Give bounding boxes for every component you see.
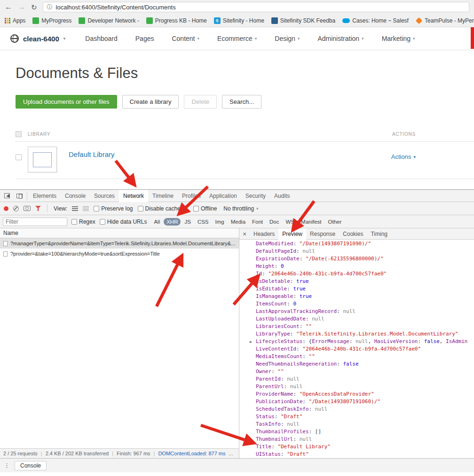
row-checkbox[interactable] [16,154,22,160]
preview-line: PublicationDate: "/Date(1493807191060)/" [250,398,474,406]
apps-shortcut[interactable]: Apps [5,17,25,24]
divider [187,204,187,212]
clear-icon[interactable] [13,206,19,211]
reload-icon[interactable]: ↻ [31,4,37,11]
devtools-tab-network[interactable]: Network [119,190,148,202]
library-column-header: LIBRARY [28,132,50,137]
site-name: clean-6400 [23,35,59,43]
inspect-element-button[interactable] [1,190,13,202]
site-selector[interactable]: clean-6400 ▾ [10,34,65,43]
overview-icon[interactable] [83,206,89,211]
checkbox-offline[interactable]: Offline [193,205,217,212]
devtools-tabbar: ElementsConsoleSourcesNetworkTimelinePro… [0,190,474,202]
bookmark-developer-network[interactable]: Developer Network - [79,17,139,24]
bookmark-sitefinity-home[interactable]: SSitefinity - Home [214,17,264,24]
checkbox-disable-cache[interactable]: Disable cache [138,205,181,212]
drawer-tab-console[interactable]: Console [15,461,47,470]
preview-line: ThumbnailProfiles: [] [250,428,474,436]
row-actions-menu[interactable]: Actions ▾ [391,153,416,160]
throttling-select[interactable]: No throttling ▾ [223,205,258,212]
info-icon[interactable]: ⓘ [47,3,53,11]
filter-pill-xhr[interactable]: XHR [164,218,181,226]
preview-line: DateModified: "/Date(1493807191090)/" [250,240,474,248]
preview-line: DefaultPageId: null [250,248,474,255]
filter-pill-media[interactable]: Media [228,218,248,226]
detail-tab-response[interactable]: Response [306,228,339,240]
toolbar-checks-b: Offline [193,205,217,212]
devtools-panel: ElementsConsoleSourcesNetworkTimelinePro… [0,189,474,476]
bookmark-cases-home-salesf[interactable]: Cases: Home ~ Salesf [342,17,409,24]
detail-tab-timing[interactable]: Timing [367,228,391,240]
detail-tab-cookies[interactable]: Cookies [339,228,367,240]
filter-pill-img[interactable]: Img [213,218,227,226]
actions-toolbar: Upload documents or other files Create a… [16,95,474,109]
preview-line: LastUploadedDate: null [250,315,474,323]
regex-checkbox[interactable]: Regex [71,218,95,225]
record-icon[interactable] [4,206,8,211]
file-icon [3,251,8,257]
devtools-tab-profiles[interactable]: Profiles [178,190,205,202]
nav-item-content[interactable]: Content▾ [172,35,199,42]
bookmark-sitefinity-sdk-feedba[interactable]: Sitefinity SDK Feedba [271,17,335,24]
checkbox-preserve-log[interactable]: Preserve log [94,205,133,212]
divider [47,204,47,212]
delete-button[interactable]: Delete [184,95,217,109]
nav-item-administration[interactable]: Administration▾ [317,35,363,42]
close-icon[interactable]: × [239,230,250,238]
more-menu-icon[interactable]: ⋮ [4,462,10,469]
filter-pill-font[interactable]: Font [249,218,266,226]
filter-funnel-icon[interactable] [35,206,41,211]
nav-item-marketing[interactable]: Marketing▾ [382,35,415,42]
filter-pill-doc[interactable]: Doc [267,218,282,226]
devtools-tab-application[interactable]: Application [205,190,241,202]
select-all-checkbox[interactable] [16,131,22,137]
detail-tab-preview[interactable]: Preview [278,228,306,240]
bookmarks-bar: Apps MyProgressDeveloper Network -Progre… [0,14,474,27]
nav-item-ecommerce[interactable]: Ecommerce▾ [217,35,257,42]
nav-item-design[interactable]: Design▾ [275,35,300,42]
nav-item-pages[interactable]: Pages [135,35,154,42]
back-icon[interactable]: ← [5,3,12,11]
hide-data-urls-checkbox[interactable]: Hide data URLs [100,218,147,225]
name-column-header[interactable]: Name [0,228,239,238]
devtools-tab-console[interactable]: Console [61,190,90,202]
devtools-tab-sources[interactable]: Sources [90,190,119,202]
devtools-tab-elements[interactable]: Elements [29,190,61,202]
devtools-tab-security[interactable]: Security [241,190,270,202]
preview-line: ▶LifecycleStatus: {ErrorMessage: null, H… [250,338,474,345]
create-library-button[interactable]: Create a library [122,95,179,109]
network-filter-input[interactable] [3,218,67,226]
chevron-down-icon: ▾ [63,36,66,41]
filter-pill-js[interactable]: JS [182,218,193,226]
upload-documents-button[interactable]: Upload documents or other files [16,95,117,109]
screenshot-icon[interactable] [24,206,31,211]
bookmark-myprogress[interactable]: MyProgress [32,17,71,24]
forward-icon[interactable]: → [18,3,25,11]
library-title-link[interactable]: Default Library [69,150,115,158]
address-bar[interactable]: ⓘ localhost:6400/Sitefinity/Content/Docu… [43,2,469,12]
summary-item: Finish: 967 ms [117,451,150,456]
library-thumbnail[interactable] [28,147,57,172]
search-button[interactable]: Search... [222,95,261,109]
nav-item-dashboard[interactable]: Dashboard [85,35,118,42]
request-row[interactable]: ?managerType=&providerName=&itemType=Tel… [0,238,239,249]
detail-tab-headers[interactable]: Headers [250,228,278,240]
devtools-tab-audits[interactable]: Audits [270,190,294,202]
bookmark-progress-kb-home[interactable]: Progress KB - Home [146,17,207,24]
filter-pill-css[interactable]: CSS [195,218,212,226]
myprogress-favicon-icon [32,17,39,24]
request-row[interactable]: ?provider=&take=100&hierarchyMode=true&s… [0,249,239,259]
filter-pill-all[interactable]: All [151,218,163,226]
large-rows-icon[interactable] [72,206,78,211]
network-filterbar: Regex Hide data URLs AllXHRJSCSSImgMedia… [0,215,474,228]
devtools-tab-timeline[interactable]: Timeline [148,190,178,202]
filter-pill-other[interactable]: Other [325,218,345,226]
documents-page: Documents & Files Upload documents or ot… [0,50,474,189]
expand-triangle-icon[interactable]: ▶ [250,338,256,346]
preview-line: LiveContentId: "2064e46b-240b-431c-b9fa-… [250,345,474,353]
bookmark-teampulse-mypersp[interactable]: TeamPulse - MyPersp [416,17,474,24]
device-toolbar-button[interactable] [13,190,25,202]
preview-line: Height: 0 [250,263,474,270]
filter-pill-ws[interactable]: WS [283,218,298,226]
filter-pill-manifest[interactable]: Manifest [298,218,324,226]
